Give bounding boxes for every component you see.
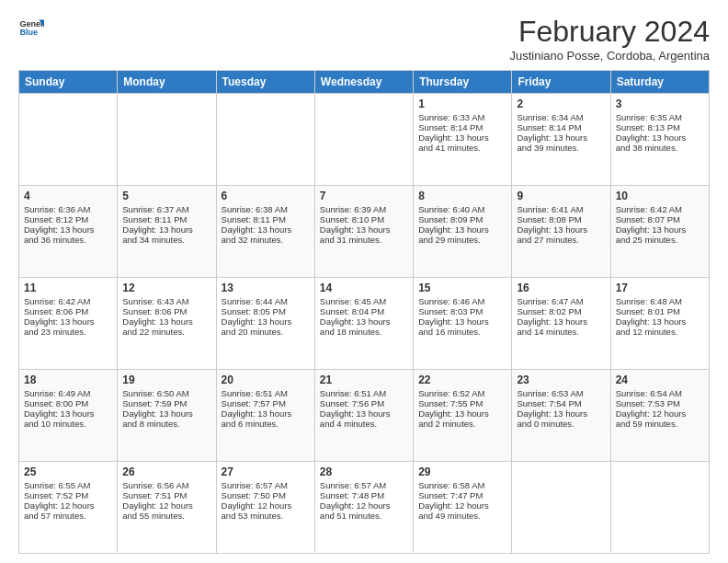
table-row bbox=[512, 462, 610, 554]
day-info: Sunset: 8:01 PM bbox=[616, 306, 704, 316]
day-info: and 23 minutes. bbox=[24, 327, 112, 337]
day-number: 20 bbox=[222, 373, 310, 386]
table-row: 4Sunrise: 6:36 AMSunset: 8:12 PMDaylight… bbox=[19, 186, 118, 278]
day-info: Daylight: 13 hours bbox=[122, 224, 210, 235]
day-number: 8 bbox=[418, 190, 506, 202]
table-row bbox=[19, 94, 118, 186]
day-number: 27 bbox=[222, 465, 310, 478]
table-row: 28Sunrise: 6:57 AMSunset: 7:48 PMDayligh… bbox=[314, 462, 413, 554]
svg-text:Blue: Blue bbox=[19, 28, 38, 37]
day-info: and 16 minutes. bbox=[418, 327, 506, 337]
table-row: 1Sunrise: 6:33 AMSunset: 8:14 PMDaylight… bbox=[414, 94, 512, 186]
day-info: Daylight: 13 hours bbox=[517, 132, 605, 143]
day-number: 26 bbox=[122, 465, 210, 478]
day-info: Sunrise: 6:42 AM bbox=[616, 204, 704, 214]
day-info: Daylight: 13 hours bbox=[24, 316, 112, 327]
day-info: and 0 minutes. bbox=[517, 419, 605, 429]
day-info: and 2 minutes. bbox=[418, 419, 506, 429]
day-number: 12 bbox=[122, 282, 210, 294]
table-row: 8Sunrise: 6:40 AMSunset: 8:09 PMDaylight… bbox=[414, 186, 512, 278]
day-info: and 8 minutes. bbox=[122, 419, 210, 429]
day-number: 5 bbox=[122, 190, 210, 202]
day-number: 10 bbox=[616, 190, 704, 202]
day-number: 29 bbox=[418, 465, 506, 478]
day-info: Sunrise: 6:51 AM bbox=[320, 388, 408, 398]
day-number: 28 bbox=[320, 465, 408, 478]
day-info: Sunset: 8:11 PM bbox=[122, 214, 210, 224]
table-row: 12Sunrise: 6:43 AMSunset: 8:06 PMDayligh… bbox=[118, 278, 216, 370]
day-number: 11 bbox=[24, 282, 112, 294]
day-info: Sunset: 8:08 PM bbox=[517, 214, 605, 224]
day-info: Daylight: 12 hours bbox=[122, 500, 210, 511]
day-info: Sunset: 7:47 PM bbox=[418, 490, 506, 500]
day-info: Daylight: 13 hours bbox=[418, 132, 506, 143]
day-info: Daylight: 13 hours bbox=[517, 224, 605, 235]
day-info: Sunrise: 6:49 AM bbox=[24, 388, 112, 398]
day-info: Sunset: 7:51 PM bbox=[122, 490, 210, 500]
day-info: Sunrise: 6:33 AM bbox=[418, 112, 506, 122]
day-info: Daylight: 13 hours bbox=[616, 132, 704, 143]
day-info: Sunrise: 6:53 AM bbox=[517, 388, 605, 398]
calendar-week-row: 1Sunrise: 6:33 AMSunset: 8:14 PMDaylight… bbox=[19, 94, 710, 186]
table-row: 15Sunrise: 6:46 AMSunset: 8:03 PMDayligh… bbox=[414, 278, 512, 370]
day-info: Sunrise: 6:39 AM bbox=[320, 204, 408, 214]
day-info: Sunset: 8:07 PM bbox=[616, 214, 704, 224]
day-info: Sunrise: 6:38 AM bbox=[222, 204, 310, 214]
day-info: Sunrise: 6:54 AM bbox=[616, 388, 704, 398]
day-info: and 4 minutes. bbox=[320, 419, 408, 429]
day-info: Sunset: 7:53 PM bbox=[616, 398, 704, 408]
header: General Blue February 2024 Justiniano Po… bbox=[18, 15, 710, 63]
day-info: Daylight: 13 hours bbox=[418, 316, 506, 327]
day-info: Sunrise: 6:47 AM bbox=[517, 296, 605, 306]
col-thursday: Thursday bbox=[414, 71, 512, 94]
day-info: and 38 minutes. bbox=[616, 143, 704, 153]
location: Justiniano Posse, Cordoba, Argentina bbox=[509, 49, 710, 63]
day-number: 2 bbox=[517, 98, 605, 110]
table-row: 19Sunrise: 6:50 AMSunset: 7:59 PMDayligh… bbox=[118, 370, 216, 462]
day-info: Daylight: 13 hours bbox=[616, 224, 704, 235]
day-number: 24 bbox=[616, 373, 704, 386]
day-number: 22 bbox=[418, 373, 506, 386]
col-wednesday: Wednesday bbox=[314, 71, 413, 94]
day-info: Sunset: 7:55 PM bbox=[418, 398, 506, 408]
table-row: 18Sunrise: 6:49 AMSunset: 8:00 PMDayligh… bbox=[19, 370, 118, 462]
day-info: and 55 minutes. bbox=[122, 511, 210, 521]
day-info: Sunrise: 6:46 AM bbox=[418, 296, 506, 306]
day-info: Sunrise: 6:57 AM bbox=[222, 480, 310, 490]
day-number: 1 bbox=[418, 98, 506, 110]
day-info: Daylight: 13 hours bbox=[122, 408, 210, 419]
day-info: Sunset: 7:54 PM bbox=[517, 398, 605, 408]
logo: General Blue bbox=[18, 15, 44, 40]
day-number: 4 bbox=[24, 190, 112, 202]
day-info: Daylight: 12 hours bbox=[24, 500, 112, 511]
day-info: and 14 minutes. bbox=[517, 327, 605, 337]
day-info: and 41 minutes. bbox=[418, 143, 506, 153]
day-number: 14 bbox=[320, 282, 408, 294]
table-row: 14Sunrise: 6:45 AMSunset: 8:04 PMDayligh… bbox=[314, 278, 413, 370]
day-info: and 53 minutes. bbox=[222, 511, 310, 521]
day-info: Sunset: 7:52 PM bbox=[24, 490, 112, 500]
day-info: Sunrise: 6:52 AM bbox=[418, 388, 506, 398]
day-info: and 51 minutes. bbox=[320, 511, 408, 521]
day-info: and 25 minutes. bbox=[616, 235, 704, 245]
day-number: 19 bbox=[122, 373, 210, 386]
month-title: February 2024 bbox=[509, 15, 710, 49]
day-info: Sunset: 8:00 PM bbox=[24, 398, 112, 408]
day-info: Daylight: 13 hours bbox=[222, 224, 310, 235]
table-row: 20Sunrise: 6:51 AMSunset: 7:57 PMDayligh… bbox=[216, 370, 314, 462]
day-info: Sunset: 8:06 PM bbox=[122, 306, 210, 316]
day-info: Sunrise: 6:36 AM bbox=[24, 204, 112, 214]
day-info: Daylight: 13 hours bbox=[320, 408, 408, 419]
day-info: and 12 minutes. bbox=[616, 327, 704, 337]
table-row: 7Sunrise: 6:39 AMSunset: 8:10 PMDaylight… bbox=[314, 186, 413, 278]
table-row: 22Sunrise: 6:52 AMSunset: 7:55 PMDayligh… bbox=[414, 370, 512, 462]
table-row: 27Sunrise: 6:57 AMSunset: 7:50 PMDayligh… bbox=[216, 462, 314, 554]
day-info: Sunrise: 6:55 AM bbox=[24, 480, 112, 490]
table-row bbox=[216, 94, 314, 186]
day-info: Sunrise: 6:34 AM bbox=[517, 112, 605, 122]
day-number: 16 bbox=[517, 282, 605, 294]
day-info: Daylight: 13 hours bbox=[24, 224, 112, 235]
day-info: and 10 minutes. bbox=[24, 419, 112, 429]
day-info: Sunset: 8:05 PM bbox=[222, 306, 310, 316]
day-info: Sunset: 7:56 PM bbox=[320, 398, 408, 408]
